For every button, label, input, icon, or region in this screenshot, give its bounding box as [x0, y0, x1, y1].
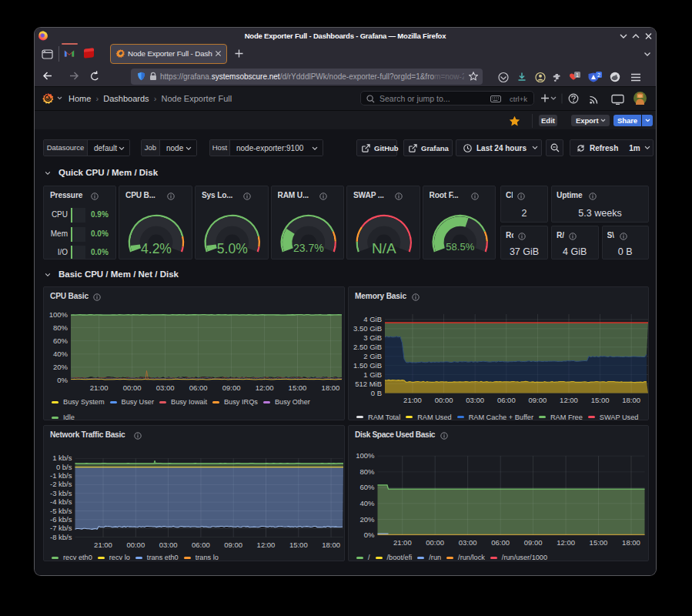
svg-text:21:00: 21:00 [403, 396, 422, 404]
svg-text:03:00: 03:00 [156, 383, 175, 392]
svg-text:2 GiB: 2 GiB [363, 352, 382, 360]
svg-text:40%: 40% [359, 498, 375, 507]
svg-text:03:00: 03:00 [159, 540, 178, 548]
svg-text:58.5%: 58.5% [446, 241, 474, 253]
svg-text:0%: 0% [57, 376, 68, 384]
svg-text:1 GiB: 1 GiB [363, 370, 382, 379]
svg-text:23.7%: 23.7% [293, 242, 323, 254]
svg-text:09:00: 09:00 [222, 383, 241, 392]
svg-text:18:00: 18:00 [322, 540, 340, 548]
svg-text:00:00: 00:00 [126, 540, 145, 548]
svg-text:-3 kb/s: -3 kb/s [50, 488, 72, 497]
svg-text:18:00: 18:00 [622, 396, 640, 404]
svg-text:03:00: 03:00 [466, 396, 484, 404]
svg-text:21:00: 21:00 [393, 538, 412, 547]
svg-text:18:00: 18:00 [322, 383, 340, 392]
svg-text:15:00: 15:00 [591, 396, 610, 404]
svg-text:12:00: 12:00 [557, 538, 575, 547]
svg-text:4.2%: 4.2% [141, 241, 172, 256]
svg-text:06:00: 06:00 [189, 383, 208, 392]
svg-text:20%: 20% [53, 363, 69, 371]
svg-text:00:00: 00:00 [426, 538, 444, 547]
svg-text:60%: 60% [53, 336, 69, 345]
svg-text:21:00: 21:00 [94, 540, 112, 548]
svg-text:09:00: 09:00 [224, 540, 242, 548]
svg-text:4 GiB: 4 GiB [363, 315, 382, 323]
svg-text:1.50 GiB: 1.50 GiB [353, 361, 382, 370]
svg-text:2.50 GiB: 2.50 GiB [353, 343, 382, 351]
svg-text:100%: 100% [356, 451, 375, 460]
svg-text:-4 kb/s: -4 kb/s [50, 497, 72, 506]
svg-text:2: 2 [597, 72, 600, 78]
svg-text:20%: 20% [359, 514, 375, 523]
svg-text:60%: 60% [359, 483, 375, 491]
svg-text:12:00: 12:00 [256, 383, 274, 392]
svg-text:1: 1 [576, 72, 579, 78]
svg-text:15:00: 15:00 [289, 383, 307, 392]
svg-text:-5 kb/s: -5 kb/s [50, 506, 72, 514]
svg-text:5.0%: 5.0% [217, 241, 248, 256]
svg-text:09:00: 09:00 [529, 396, 547, 404]
svg-text:3 GiB: 3 GiB [363, 333, 382, 342]
svg-text:40%: 40% [53, 350, 69, 358]
svg-text:00:00: 00:00 [123, 383, 142, 392]
svg-text:-6 kb/s: -6 kb/s [50, 514, 72, 523]
svg-text:-7 kb/s: -7 kb/s [50, 524, 72, 532]
svg-text:-2 kb/s: -2 kb/s [50, 480, 72, 488]
svg-text:21:00: 21:00 [90, 383, 109, 392]
svg-text:100%: 100% [49, 310, 69, 319]
svg-text:00:00: 00:00 [435, 396, 453, 404]
svg-text:3.50 GiB: 3.50 GiB [353, 324, 382, 333]
svg-text:06:00: 06:00 [497, 396, 516, 404]
svg-text:80%: 80% [359, 467, 375, 475]
svg-text:15:00: 15:00 [590, 538, 608, 547]
svg-text:-1 kb/s: -1 kb/s [50, 471, 72, 480]
svg-text:N/A: N/A [372, 240, 396, 256]
svg-text:512 MiB: 512 MiB [355, 380, 382, 388]
svg-text:09:00: 09:00 [524, 538, 543, 547]
svg-text:18:00: 18:00 [622, 538, 640, 547]
svg-text:12:00: 12:00 [560, 396, 578, 404]
svg-text:80%: 80% [53, 323, 69, 332]
svg-text:0%: 0% [364, 531, 375, 539]
svg-text:03:00: 03:00 [459, 538, 477, 547]
svg-text:15:00: 15:00 [289, 540, 308, 548]
svg-text:06:00: 06:00 [192, 540, 210, 548]
svg-text:06:00: 06:00 [491, 538, 510, 547]
svg-text:-8 kb/s: -8 kb/s [50, 532, 72, 541]
svg-text:12:00: 12:00 [257, 540, 276, 548]
svg-text:1 kb/s: 1 kb/s [52, 454, 72, 462]
svg-text:0 b/s: 0 b/s [56, 462, 72, 470]
svg-text:0 B: 0 B [371, 389, 382, 397]
